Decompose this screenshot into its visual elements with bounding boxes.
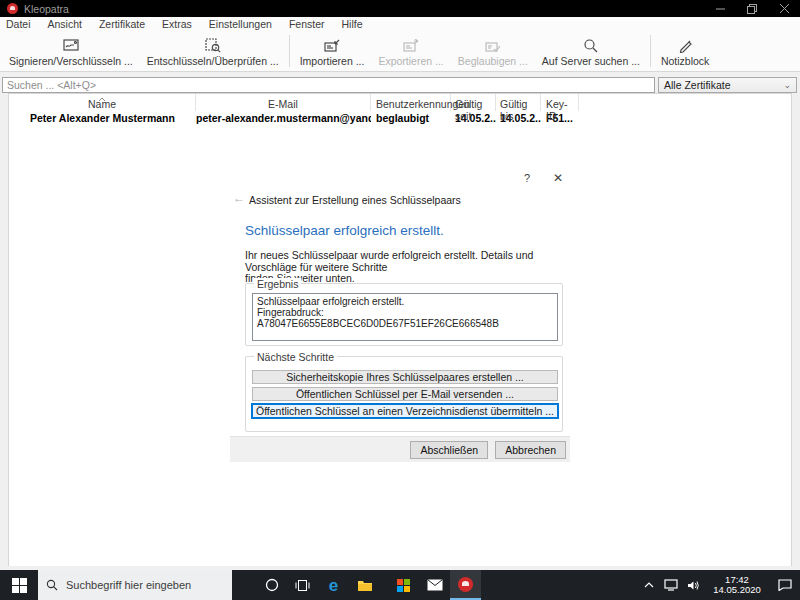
- sort-ascending-icon: [98, 92, 106, 104]
- tray-expand-button[interactable]: [638, 582, 660, 588]
- menu-einstellungen[interactable]: Einstellungen: [209, 18, 272, 30]
- file-explorer-button[interactable]: [349, 570, 380, 600]
- cortana-button[interactable]: [256, 570, 287, 600]
- cancel-button[interactable]: Abbrechen: [495, 441, 566, 459]
- result-groupbox: Ergebnis Schlüsselpaar erfolgreich erste…: [245, 283, 563, 346]
- search-icon: [46, 579, 58, 591]
- toolbar-button-label: Auf Server suchen ...: [542, 55, 640, 67]
- toolbar-certify-button: Beglaubigen ...: [451, 31, 535, 71]
- menu-ansicht[interactable]: Ansicht: [48, 18, 82, 30]
- next-steps-groupbox: Nächste Schritte Sicherheitskopie Ihres …: [245, 356, 563, 432]
- action-center-button[interactable]: [770, 579, 800, 591]
- toolbar-button-label: Entschlüsseln/Überprüfen ...: [147, 55, 279, 67]
- import-icon: [324, 36, 340, 53]
- folder-icon: [357, 579, 373, 592]
- network-icon: [664, 579, 678, 591]
- decrypt-verify-icon: [205, 36, 221, 53]
- keypair-wizard-dialog: ? ✕ ← Assistent zur Erstellung eines Sch…: [230, 168, 570, 462]
- next-steps-group-label: Nächste Schritte: [254, 351, 337, 363]
- speaker-icon: [687, 580, 700, 591]
- toolbar-search-server-button[interactable]: Auf Server suchen ...: [535, 31, 647, 71]
- menu-datei[interactable]: Datei: [6, 18, 31, 30]
- task-view-button[interactable]: [287, 570, 318, 600]
- toolbar-separator: [650, 35, 651, 67]
- menu-bar: Datei Ansicht Zertifikate Extras Einstel…: [0, 17, 800, 31]
- chevron-up-icon: [644, 582, 654, 588]
- dialog-help-button[interactable]: ?: [519, 172, 535, 188]
- back-arrow-icon[interactable]: ←: [233, 191, 245, 205]
- toolbar-separator: [289, 35, 290, 67]
- start-button[interactable]: [0, 570, 38, 600]
- filter-value: Alle Zertifikate: [664, 79, 731, 91]
- kleopatra-icon: [458, 577, 473, 592]
- notepad-pencil-icon: [678, 36, 693, 53]
- sign-encrypt-icon: [63, 36, 79, 53]
- kleopatra-app-icon: [7, 3, 18, 14]
- title-bar: Kleopatra: [0, 0, 800, 17]
- taskbar-search-box[interactable]: Suchbegriff hier eingeben: [38, 570, 232, 600]
- minimize-button[interactable]: [704, 0, 736, 17]
- cell-email: peter-alexander.mustermann@yandex.com: [196, 111, 371, 126]
- certify-icon: [485, 36, 501, 53]
- taskbar-clock[interactable]: 17:42 14.05.2020: [708, 575, 766, 596]
- toolbar-button-label: Beglaubigen ...: [458, 55, 528, 67]
- send-key-email-button[interactable]: Öffentlichen Schlüssel per E-Mail versen…: [252, 387, 558, 401]
- toolbar-button-label: Signieren/Verschlüsseln ...: [9, 55, 133, 67]
- mail-icon: [427, 579, 443, 591]
- toolbar-sign-encrypt-button[interactable]: Signieren/Verschlüsseln ...: [2, 31, 140, 71]
- restore-button[interactable]: [736, 0, 768, 17]
- toolbar-export-button: Exportieren ...: [371, 31, 450, 71]
- system-tray: 17:42 14.05.2020: [638, 570, 800, 600]
- chevron-down-icon: ⌄: [783, 80, 791, 90]
- toolbar-button-label: Importieren ...: [300, 55, 365, 67]
- fingerprint-text: Fingerabdruck: A78047E6655E8BCEC6D0DE67F…: [257, 307, 553, 329]
- column-header-userids[interactable]: Benutzerkennungen: [371, 94, 451, 111]
- cortana-icon: [265, 578, 279, 592]
- search-input[interactable]: [2, 77, 655, 93]
- window-title: Kleopatra: [24, 3, 69, 15]
- toolbar-import-button[interactable]: Importieren ...: [293, 31, 372, 71]
- wizard-heading: Schlüsselpaar erfolgreich erstellt.: [245, 223, 444, 238]
- export-icon: [403, 36, 419, 53]
- menu-hilfe[interactable]: Hilfe: [341, 18, 362, 30]
- backup-keypair-button[interactable]: Sicherheitskopie Ihres Schlüsselpaares e…: [252, 370, 558, 384]
- edge-taskbar-button[interactable]: e: [318, 570, 349, 600]
- table-header-row: Name E-Mail Benutzerkennungen Gültig sei…: [9, 94, 791, 111]
- cell-name: Peter Alexander Mustermann: [9, 111, 196, 126]
- store-icon: [397, 579, 410, 592]
- column-header-valid-from[interactable]: Gültig seit: [451, 94, 496, 111]
- task-view-icon: [295, 579, 310, 592]
- result-group-label: Ergebnis: [254, 278, 301, 290]
- edge-icon: e: [329, 577, 338, 594]
- certificate-filter-dropdown[interactable]: Alle Zertifikate ⌄: [658, 77, 797, 93]
- close-button[interactable]: [768, 0, 800, 17]
- microsoft-store-button[interactable]: [388, 570, 419, 600]
- volume-tray-button[interactable]: [682, 580, 704, 591]
- toolbar-notepad-button[interactable]: Notizblock: [654, 31, 716, 71]
- toolbar: Signieren/Verschlüsseln ... Entschlüssel…: [0, 31, 800, 72]
- toolbar-decrypt-verify-button[interactable]: Entschlüsseln/Überprüfen ...: [140, 31, 286, 71]
- dialog-close-button[interactable]: ✕: [549, 171, 567, 189]
- wizard-title: Assistent zur Erstellung eines Schlüssel…: [249, 194, 461, 206]
- column-header-name[interactable]: Name: [9, 94, 196, 111]
- certificate-row[interactable]: Peter Alexander Mustermann peter-alexand…: [9, 111, 791, 126]
- menu-zertifikate[interactable]: Zertifikate: [99, 18, 145, 30]
- mail-button[interactable]: [419, 570, 450, 600]
- kleopatra-taskbar-button[interactable]: [450, 570, 481, 600]
- clock-date: 14.05.2020: [708, 585, 766, 596]
- toolbar-button-label: Exportieren ...: [378, 55, 443, 67]
- windows-logo-icon: [12, 578, 27, 593]
- column-header-keyid[interactable]: Key-ID: [541, 94, 579, 111]
- network-tray-button[interactable]: [660, 579, 682, 591]
- result-textarea[interactable]: Schlüsselpaar erfolgreich erstellt. Fing…: [252, 293, 558, 341]
- menu-extras[interactable]: Extras: [162, 18, 192, 30]
- menu-fenster[interactable]: Fenster: [289, 18, 325, 30]
- upload-key-directory-button[interactable]: Öffentlichen Schlüssel an einen Verzeich…: [252, 404, 558, 418]
- taskbar-search-placeholder: Suchbegriff hier eingeben: [66, 579, 191, 591]
- search-server-icon: [583, 36, 598, 53]
- column-header-email[interactable]: E-Mail: [196, 94, 371, 111]
- finish-button[interactable]: Abschließen: [410, 441, 488, 459]
- cell-userids: beglaubigt: [371, 111, 451, 126]
- column-header-valid-until[interactable]: Gültig bis: [496, 94, 541, 111]
- toolbar-button-label: Notizblock: [661, 55, 709, 67]
